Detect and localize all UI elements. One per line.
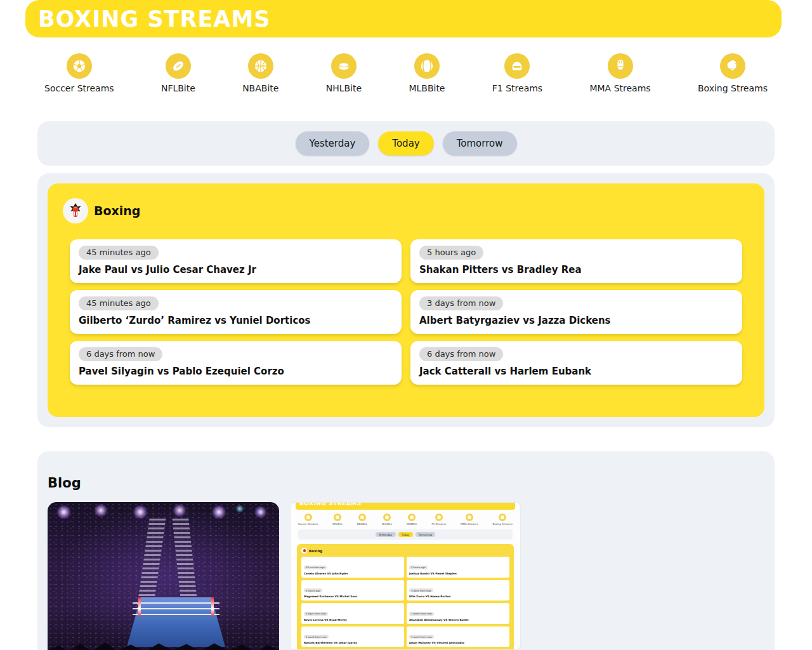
boxing-ring xyxy=(127,597,225,647)
page-header: BOXING STREAMS xyxy=(25,0,782,37)
fight-card[interactable]: 5 hours ago Shakan Pitters vs Bradley Re… xyxy=(410,239,742,283)
fight-time-badge: 3 days from now xyxy=(419,296,503,310)
tab-today[interactable]: Today xyxy=(378,131,433,156)
nav-item-label: NHLBite xyxy=(326,83,362,93)
nav-item-f1-streams[interactable]: F1 Streams xyxy=(492,53,542,93)
nav-item-boxing-streams[interactable]: Boxing Streams xyxy=(698,53,768,93)
fight-name: Pavel Silyagin vs Pablo Ezequiel Corzo xyxy=(79,366,393,377)
tab-yesterday[interactable]: Yesterday xyxy=(296,131,370,156)
nav-item-label: MMA Streams xyxy=(589,83,650,93)
racing-helmet-icon xyxy=(504,53,530,79)
tab-tomorrow[interactable]: Tomorrow xyxy=(443,131,517,156)
fight-time-badge: 5 hours ago xyxy=(419,246,483,260)
mini-day-tabs: Yesterday Today Tomorrow xyxy=(298,529,513,540)
american-football-icon xyxy=(166,53,191,79)
nav-item-label: F1 Streams xyxy=(492,83,542,93)
boxing-glove-icon xyxy=(720,53,745,79)
boxing-section-title: Boxing xyxy=(94,204,140,218)
fight-name: Jack Catterall vs Harlem Eubank xyxy=(419,366,733,377)
hockey-puck-icon xyxy=(331,53,357,79)
blog-section: Blog BOXING STREAMS Soccer Streams NFLBi… xyxy=(37,451,775,650)
nav-item-label: MLBBite xyxy=(409,83,445,93)
fight-time-badge: 45 minutes ago xyxy=(79,296,159,310)
fight-name: Shakan Pitters vs Bradley Rea xyxy=(419,264,733,275)
nav-item-nhlbite[interactable]: NHLBite xyxy=(326,53,362,93)
blog-title: Blog xyxy=(48,475,764,491)
nav-item-label: NFLBite xyxy=(161,83,195,93)
nav-item-label: Boxing Streams xyxy=(698,83,768,93)
mini-punching-bag-icon xyxy=(301,548,307,554)
fight-name: Jake Paul vs Julio Cesar Chavez Jr xyxy=(79,264,393,275)
nav-item-nflbite[interactable]: NFLBite xyxy=(161,53,195,93)
nav-item-soccer-streams[interactable]: Soccer Streams xyxy=(44,53,114,93)
nav-item-label: Soccer Streams xyxy=(44,83,114,93)
fight-name: Gilberto ‘Zurdo’ Ramirez vs Yuniel Dorti… xyxy=(79,315,393,326)
blog-post-site-thumbnail[interactable]: BOXING STREAMS Soccer Streams NFLBite NB… xyxy=(290,502,521,650)
fight-time-badge: 6 days from now xyxy=(419,347,503,361)
nav-item-mlbbite[interactable]: MLBBite xyxy=(409,53,445,93)
fight-card[interactable]: 45 minutes ago Gilberto ‘Zurdo’ Ramirez … xyxy=(70,290,402,334)
fight-time-badge: 45 minutes ago xyxy=(79,246,159,260)
fight-time-badge: 6 days from now xyxy=(79,347,162,361)
fight-name: Albert Batyrgaziev vs Jazza Dickens xyxy=(419,315,733,326)
soccer-ball-icon xyxy=(67,53,92,79)
nav-item-nbabite[interactable]: NBABite xyxy=(242,53,278,93)
nav-item-label: NBABite xyxy=(242,83,278,93)
mini-sports-nav: Soccer Streams NFLBite NBABite NHLBite M… xyxy=(298,514,513,526)
boxing-section-container: Boxing 45 minutes ago Jake Paul vs Julio… xyxy=(37,173,775,427)
boxing-section-header: Boxing xyxy=(63,198,742,223)
fight-card[interactable]: 45 minutes ago Jake Paul vs Julio Cesar … xyxy=(70,239,402,283)
page-title: BOXING STREAMS xyxy=(25,6,270,32)
baseball-icon xyxy=(414,53,440,79)
fight-card[interactable]: 6 days from now Pavel Silyagin vs Pablo … xyxy=(70,341,402,385)
fight-card[interactable]: 6 days from now Jack Catterall vs Harlem… xyxy=(410,341,742,385)
fights-grid: 45 minutes ago Jake Paul vs Julio Cesar … xyxy=(70,239,742,385)
punching-bag-icon xyxy=(63,198,88,223)
mini-page-title: BOXING STREAMS xyxy=(299,503,515,507)
blog-post-arena-photo[interactable] xyxy=(48,502,279,650)
fight-card[interactable]: 3 days from now Albert Batyrgaziev vs Ja… xyxy=(410,290,742,334)
blog-posts-row: BOXING STREAMS Soccer Streams NFLBite NB… xyxy=(48,502,764,650)
mini-boxing-section: Boxing 20 minutes agoCanelo Alvarez VS J… xyxy=(297,544,514,650)
mma-glove-icon xyxy=(608,53,633,79)
basketball-icon xyxy=(248,53,273,79)
boxing-section: Boxing 45 minutes ago Jake Paul vs Julio… xyxy=(48,183,764,417)
mini-page-header: BOXING STREAMS xyxy=(296,503,515,510)
day-tabs-bar: Yesterday Today Tomorrow xyxy=(37,121,775,166)
nav-item-mma-streams[interactable]: MMA Streams xyxy=(589,53,650,93)
sports-nav: Soccer Streams NFLBite NBABite NHLBite M… xyxy=(44,53,768,93)
